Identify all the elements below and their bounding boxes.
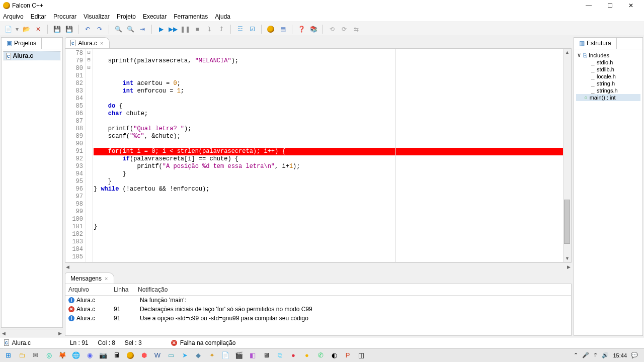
menu-executar[interactable]: Executar bbox=[143, 13, 167, 20]
col-file[interactable]: Arquivo bbox=[68, 286, 114, 293]
tool1-button[interactable]: ⟲ bbox=[327, 24, 337, 34]
app2-icon[interactable]: ◆ bbox=[192, 350, 204, 361]
system-tray[interactable]: ⌃ 🎤 ⇑ 🔊 15:44 💬 bbox=[574, 352, 642, 358]
col-line[interactable]: Linha bbox=[114, 286, 138, 293]
structure-tab-label: Estrutura bbox=[587, 40, 611, 47]
search-button[interactable]: 🔍 bbox=[113, 24, 123, 34]
menubar: Arquivo Editar Procurar Visualizar Proje… bbox=[0, 11, 644, 22]
structure-include[interactable]: ⎯stdio.h bbox=[576, 59, 640, 66]
explorer-icon[interactable]: 🗀 bbox=[16, 350, 28, 361]
print-margin-line bbox=[395, 49, 396, 262]
editor-scrollbar-vertical[interactable]: ▲ ▼ bbox=[563, 49, 571, 262]
undo-button[interactable]: ↶ bbox=[83, 24, 93, 34]
close-tab-icon[interactable]: × bbox=[100, 40, 103, 46]
telegram-icon[interactable]: ➤ bbox=[179, 350, 191, 361]
menu-projeto[interactable]: Projeto bbox=[117, 13, 136, 20]
code-editor[interactable]: 78 79 80 81 82 83 84 85 86 87 88 89 90 9… bbox=[65, 48, 572, 262]
chevron-up-icon[interactable]: ⌃ bbox=[574, 352, 578, 358]
start-button[interactable]: ⊞ bbox=[2, 350, 14, 361]
structure-tab[interactable]: ▥ Estrutura bbox=[574, 38, 617, 49]
status-compile-msg: Falha na compilação bbox=[180, 339, 236, 346]
close-button[interactable]: ✕ bbox=[625, 2, 637, 9]
app4-icon[interactable]: 📄 bbox=[219, 350, 231, 361]
new-file-button[interactable]: 📄 bbox=[3, 24, 13, 34]
structure-include[interactable]: ⎯locale.h bbox=[576, 73, 640, 80]
dropdown-arrow-icon[interactable]: ▾ bbox=[15, 24, 19, 34]
structure-include[interactable]: ⎯strings.h bbox=[576, 87, 640, 94]
chrome-icon[interactable]: 🌐 bbox=[70, 350, 82, 361]
tool2-button[interactable]: ⟳ bbox=[339, 24, 349, 34]
message-row[interactable]: iAlura.cNa função 'main': bbox=[65, 296, 571, 305]
app5-icon[interactable]: 🎬 bbox=[233, 350, 245, 361]
app3-icon[interactable]: ✦ bbox=[206, 350, 218, 361]
menu-procurar[interactable]: Procurar bbox=[53, 13, 76, 20]
app10-icon[interactable]: ◐ bbox=[328, 350, 340, 361]
mic-icon[interactable]: 🎤 bbox=[582, 352, 589, 358]
menu-ajuda[interactable]: Ajuda bbox=[215, 13, 230, 20]
project-scrollbar[interactable]: ◀ ▶ bbox=[1, 329, 63, 337]
list-toggle-button[interactable]: ☲ bbox=[235, 24, 245, 34]
checklist-button[interactable]: ☑ bbox=[247, 24, 257, 34]
structure-main-fn[interactable]: ○main() : int bbox=[576, 94, 640, 101]
app8-icon[interactable]: ● bbox=[287, 350, 299, 361]
save-button[interactable]: 💾 bbox=[52, 24, 62, 34]
maximize-button[interactable]: ☐ bbox=[604, 2, 616, 9]
help-button[interactable]: ❓ bbox=[296, 24, 306, 34]
brave-icon[interactable]: ⬢ bbox=[138, 350, 150, 361]
save-all-button[interactable]: 💾 bbox=[64, 24, 74, 34]
app7-icon[interactable]: 🖥 bbox=[260, 350, 272, 361]
run-step-button[interactable]: ▶▶ bbox=[168, 24, 178, 34]
calculator-icon[interactable]: 🖩 bbox=[111, 350, 123, 361]
powerpoint-icon[interactable]: P bbox=[342, 350, 354, 361]
sound-icon[interactable]: 🔊 bbox=[602, 352, 609, 358]
book-button[interactable]: 📚 bbox=[308, 24, 318, 34]
pause-button[interactable]: ❚❚ bbox=[180, 24, 190, 34]
notifications-icon[interactable]: 💬 bbox=[631, 352, 638, 358]
status-col: Col : 8 bbox=[98, 339, 115, 346]
fold-column[interactable]: ⊟ ⊟ ⊟ bbox=[86, 49, 93, 262]
stop-button[interactable]: ■ bbox=[192, 24, 202, 34]
discord-icon[interactable]: ◉ bbox=[84, 350, 96, 361]
menu-editar[interactable]: Editar bbox=[31, 13, 46, 20]
search-replace-button[interactable]: 🔍 bbox=[125, 24, 135, 34]
clock[interactable]: 15:44 bbox=[613, 352, 627, 358]
structure-include[interactable]: ⎯string.h bbox=[576, 80, 640, 87]
falcon-task-icon[interactable] bbox=[124, 350, 136, 361]
message-row[interactable]: iAlura.c91Use a opção -std=c99 ou -std=g… bbox=[65, 314, 571, 323]
app6-icon[interactable]: ◧ bbox=[247, 350, 259, 361]
step-out-button[interactable]: ⤴ bbox=[216, 24, 226, 34]
structure-include[interactable]: ⎯stdlib.h bbox=[576, 66, 640, 73]
app9-icon[interactable]: ● bbox=[301, 350, 313, 361]
open-file-button[interactable]: 📂 bbox=[21, 24, 31, 34]
col-note[interactable]: Notificação bbox=[138, 286, 568, 293]
camera-icon[interactable]: 📷 bbox=[97, 350, 109, 361]
delete-button[interactable]: ✕ bbox=[33, 24, 43, 34]
minimize-button[interactable]: — bbox=[583, 2, 595, 9]
run-button[interactable]: ▶ bbox=[156, 24, 166, 34]
project-file-item[interactable]: c Alura.c bbox=[4, 51, 60, 60]
structure-root[interactable]: ∨⎘Includes bbox=[576, 51, 640, 59]
redo-button[interactable]: ↷ bbox=[95, 24, 105, 34]
goto-line-button[interactable]: ⇥ bbox=[137, 24, 147, 34]
compile-button[interactable] bbox=[266, 24, 276, 34]
whatsapp-icon[interactable]: ✆ bbox=[314, 350, 327, 361]
app1-icon[interactable]: ▭ bbox=[165, 350, 177, 361]
edge-icon[interactable]: ◎ bbox=[43, 350, 55, 361]
tool3-button[interactable]: ⇆ bbox=[351, 24, 361, 34]
code-content[interactable]: sprintf(palavrasecreta, "MELANCIA"); int… bbox=[93, 49, 563, 262]
app11-icon[interactable]: ◫ bbox=[355, 350, 367, 361]
step-in-button[interactable]: ⤵ bbox=[204, 24, 214, 34]
firefox-icon[interactable]: 🦊 bbox=[56, 350, 68, 361]
status-line: Ln : 91 bbox=[70, 339, 89, 346]
project-tab[interactable]: ▣ Projetos bbox=[2, 38, 42, 49]
mail-icon[interactable]: ✉ bbox=[29, 350, 41, 361]
message-row[interactable]: ✕Alura.c91Declarações iniciais de laço '… bbox=[65, 305, 571, 314]
menu-ferramentas[interactable]: Ferramentas bbox=[174, 13, 208, 20]
editor-tab[interactable]: c Alura.c × bbox=[65, 37, 110, 48]
wifi-icon[interactable]: ⇑ bbox=[593, 352, 598, 358]
vscode-icon[interactable]: ⧉ bbox=[274, 350, 286, 361]
build-button[interactable]: ▤ bbox=[278, 24, 288, 34]
menu-visualizar[interactable]: Visualizar bbox=[84, 13, 110, 20]
word-icon[interactable]: W bbox=[151, 350, 164, 361]
menu-arquivo[interactable]: Arquivo bbox=[3, 13, 24, 20]
